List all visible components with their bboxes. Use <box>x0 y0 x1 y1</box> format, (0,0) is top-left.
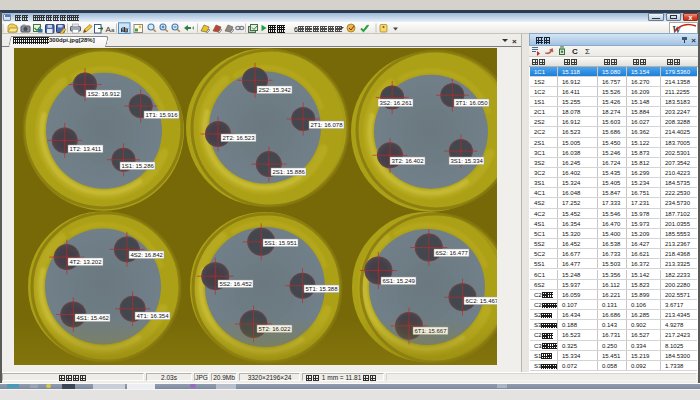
svg-text:a: a <box>111 27 115 33</box>
svg-text:Σ: Σ <box>585 47 590 56</box>
svg-text:C: C <box>572 47 578 56</box>
